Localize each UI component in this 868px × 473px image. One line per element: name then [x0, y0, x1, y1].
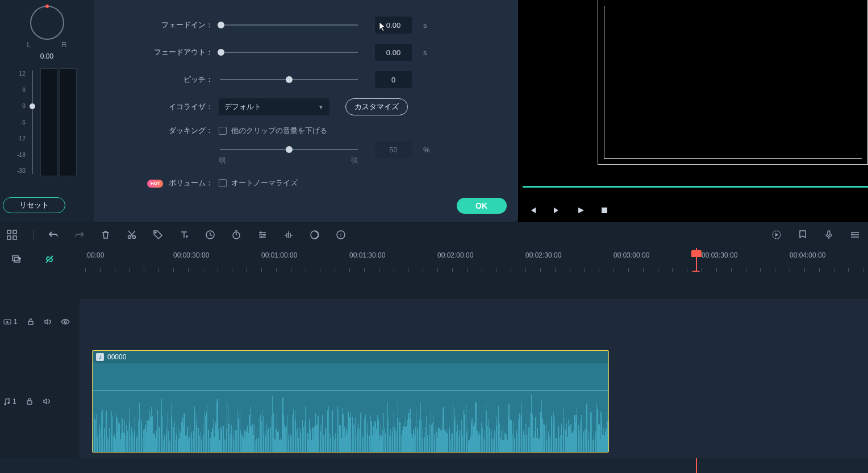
- equalizer-label: イコライザ：: [151, 102, 219, 112]
- svg-point-7: [155, 232, 156, 233]
- svg-point-21: [64, 321, 66, 323]
- render-icon[interactable]: [771, 230, 783, 241]
- grid-icon[interactable]: [7, 230, 18, 241]
- stop-icon[interactable]: [600, 206, 609, 215]
- audio-track-icon[interactable]: 1: [3, 397, 16, 405]
- svg-rect-24: [27, 401, 32, 404]
- video-track-icon[interactable]: 1: [3, 318, 18, 326]
- lock-icon[interactable]: [27, 318, 35, 326]
- ducking-strong-label: 強: [351, 156, 358, 165]
- speed-icon[interactable]: [205, 230, 216, 241]
- video-track-lane[interactable]: [80, 299, 868, 345]
- clip-title: 00000: [107, 353, 126, 361]
- pitch-value[interactable]: 0: [375, 71, 412, 88]
- balance-left-label: L: [27, 41, 31, 49]
- ducking-checkbox[interactable]: [219, 127, 227, 135]
- link-icon[interactable]: [44, 254, 56, 265]
- cursor-icon: [379, 22, 387, 32]
- audio-clip[interactable]: ♪ 00000: [92, 350, 609, 453]
- ducking-value[interactable]: 50: [375, 141, 412, 158]
- svg-rect-2: [13, 230, 16, 234]
- step-back-icon[interactable]: [528, 206, 537, 215]
- fade-in-unit: s: [423, 21, 427, 30]
- eye-icon[interactable]: [61, 318, 70, 325]
- redo-icon[interactable]: [74, 230, 86, 241]
- chevron-down-icon: ▼: [318, 104, 324, 110]
- svg-point-22: [4, 403, 6, 405]
- fade-out-value[interactable]: 0.00: [375, 44, 412, 61]
- ducking-checkbox-label: 他のクリップの音量を下げる: [231, 126, 327, 136]
- preview-panel: [518, 0, 869, 222]
- balance-meter-panel: L R 0.00 12 6 0 -6 -12 -18 -30: [0, 0, 94, 222]
- fade-out-unit: s: [423, 48, 427, 57]
- timeline-ruler[interactable]: :00:0000:00:30:0000:01:00:0000:01:30:000…: [80, 248, 868, 272]
- add-track-icon[interactable]: [11, 254, 23, 265]
- level-meter-right: [60, 68, 77, 176]
- step-forward-icon[interactable]: [552, 206, 561, 215]
- svg-point-10: [311, 231, 319, 239]
- tag-icon[interactable]: [153, 230, 164, 241]
- svg-rect-1: [7, 230, 11, 234]
- marker-icon[interactable]: [798, 230, 809, 241]
- svg-rect-14: [828, 231, 830, 235]
- music-icon: ♪: [96, 353, 104, 361]
- svg-rect-3: [7, 236, 11, 239]
- fade-in-label: フェードイン：: [151, 20, 219, 30]
- audio-properties-panel: リセット フェードイン： 0.00 s フェードアウト： 0.00 s ピッチ：…: [94, 0, 518, 222]
- ducking-slider[interactable]: [219, 144, 358, 155]
- preview-progress[interactable]: [523, 186, 869, 188]
- pitch-slider[interactable]: [219, 74, 358, 85]
- audio-track-lane[interactable]: ♪ 00000: [80, 345, 868, 458]
- audio-track-index: 1: [12, 397, 16, 405]
- volume-icon[interactable]: [44, 318, 52, 326]
- ducking-unit: %: [423, 146, 430, 154]
- adjust-icon[interactable]: [257, 230, 269, 241]
- timeline-toolbar: T: [0, 222, 868, 248]
- svg-rect-0: [602, 208, 607, 213]
- pitch-label: ピッチ：: [151, 74, 219, 85]
- svg-point-6: [133, 235, 136, 238]
- undo-icon[interactable]: [48, 230, 60, 241]
- svg-rect-20: [28, 321, 33, 325]
- play-icon[interactable]: [576, 206, 585, 215]
- mixer-icon[interactable]: [850, 230, 861, 241]
- customize-button[interactable]: カスタマイズ: [345, 98, 408, 115]
- mic-icon[interactable]: [824, 230, 835, 241]
- timer-icon[interactable]: [231, 230, 243, 241]
- level-meter-left: [40, 68, 57, 176]
- audio-track-head: 1: [0, 345, 80, 458]
- hot-badge: HOT: [147, 180, 163, 188]
- reset-button[interactable]: リセット: [3, 197, 65, 213]
- ok-button[interactable]: OK: [457, 198, 507, 214]
- fade-in-slider[interactable]: [219, 19, 358, 31]
- balance-knob[interactable]: [30, 6, 64, 40]
- ducking-label: ダッキング：: [151, 126, 219, 136]
- meter-scale: 12 6 0 -6 -12 -18 -30: [17, 68, 26, 176]
- text-icon[interactable]: [179, 230, 190, 241]
- svg-point-23: [7, 402, 10, 404]
- equalizer-select[interactable]: デフォルト ▼: [219, 98, 329, 115]
- keyframe-icon[interactable]: [310, 230, 321, 241]
- svg-rect-4: [13, 236, 16, 239]
- fade-out-label: フェードアウト：: [151, 47, 219, 57]
- lock-icon[interactable]: [26, 397, 34, 405]
- video-track-index: 1: [14, 318, 18, 326]
- auto-normalize-checkbox[interactable]: [219, 179, 227, 187]
- audio-meter-icon[interactable]: [283, 230, 295, 241]
- auto-normalize-label: オートノーマライズ: [231, 178, 298, 188]
- level-slider[interactable]: [29, 68, 36, 176]
- fade-out-slider[interactable]: [219, 47, 358, 58]
- svg-point-5: [128, 235, 131, 238]
- playhead-handle[interactable]: [691, 250, 702, 257]
- svg-text:T: T: [340, 233, 343, 237]
- equalizer-select-value: デフォルト: [224, 102, 261, 112]
- ducking-weak-label: 弱: [219, 156, 226, 165]
- volume-icon[interactable]: [43, 397, 51, 405]
- video-track-head: 1: [0, 299, 80, 345]
- cut-icon[interactable]: [127, 230, 138, 241]
- balance-right-label: R: [62, 41, 67, 49]
- svg-rect-15: [12, 256, 18, 260]
- delete-icon[interactable]: [101, 230, 112, 241]
- balance-value: 0.00: [40, 52, 53, 60]
- duration-icon[interactable]: T: [336, 230, 347, 241]
